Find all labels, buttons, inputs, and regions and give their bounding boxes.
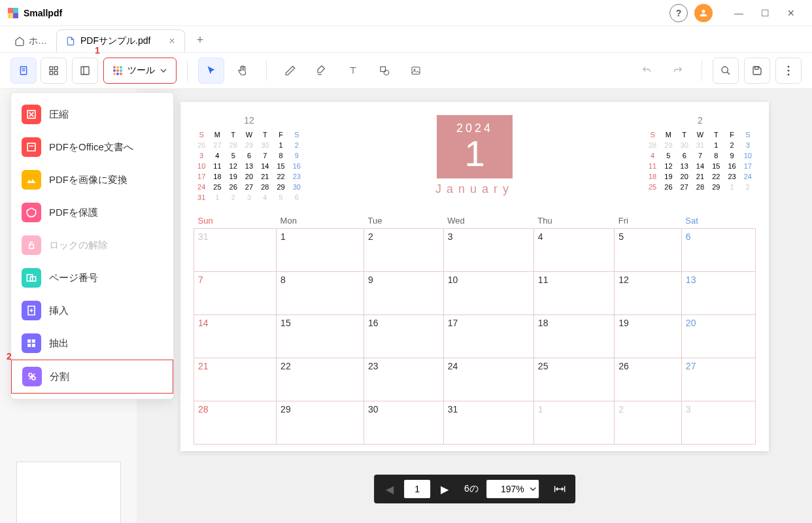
- titlebar: Smallpdf ? — ☐ ✕: [0, 0, 812, 26]
- menu-item-label: ロックの解除: [49, 239, 108, 252]
- separator: [266, 60, 267, 81]
- svg-point-21: [788, 74, 790, 76]
- page-input[interactable]: [404, 480, 430, 498]
- pdf-page: 12 SMTWTFS262728293012345678910111213141…: [180, 102, 769, 451]
- svg-point-16: [722, 67, 728, 73]
- svg-rect-31: [32, 339, 35, 343]
- undo-button[interactable]: [634, 58, 660, 84]
- page-thumbnail[interactable]: [16, 462, 121, 523]
- menu-item-icon: [22, 203, 41, 222]
- undo-icon: [641, 65, 652, 76]
- svg-point-20: [788, 70, 790, 72]
- cursor-icon: [206, 65, 216, 76]
- tool-image[interactable]: [403, 58, 429, 84]
- svg-point-34: [29, 373, 32, 377]
- page-next-button[interactable]: ▶: [433, 479, 456, 499]
- tab-document[interactable]: PDFサンプル.pdf ×: [56, 29, 185, 52]
- view-single-page[interactable]: [10, 58, 37, 84]
- search-button[interactable]: [713, 58, 739, 84]
- mini-calendar-next: 2 SMTWTFS2829303112345678910111213141516…: [645, 115, 756, 192]
- svg-rect-14: [412, 67, 420, 75]
- tool-pan[interactable]: [229, 58, 256, 84]
- menu-item-label: 分割: [50, 371, 69, 383]
- app-name: Smallpdf: [24, 8, 62, 18]
- svg-point-19: [788, 66, 790, 68]
- tools-menu-item-5[interactable]: ページ番号: [11, 262, 173, 294]
- fit-width-icon: [554, 484, 566, 494]
- save-icon: [752, 65, 762, 76]
- tools-menu-item-7[interactable]: 抽出: [11, 327, 173, 360]
- svg-rect-24: [29, 245, 34, 248]
- redo-icon: [672, 65, 684, 76]
- save-button[interactable]: [744, 58, 770, 84]
- tools-menu-item-4[interactable]: ロックの解除: [11, 229, 173, 262]
- fit-width-button[interactable]: [548, 479, 571, 499]
- highlighter-icon: [316, 65, 328, 76]
- menu-item-icon: [22, 367, 42, 386]
- tools-menu-item-8[interactable]: 2分割: [11, 360, 173, 394]
- menu-item-icon: [22, 170, 41, 190]
- svg-point-13: [384, 70, 389, 75]
- month-name: January: [435, 182, 514, 196]
- tab-home[interactable]: ホ…: [8, 30, 54, 52]
- view-grid[interactable]: [41, 58, 67, 84]
- svg-rect-32: [27, 344, 31, 347]
- account-avatar[interactable]: [694, 4, 713, 22]
- window-maximize[interactable]: ☐: [752, 4, 778, 22]
- tools-menu-item-1[interactable]: PDFをOffice文書へ: [11, 131, 173, 163]
- svg-rect-4: [54, 67, 58, 70]
- tab-document-label: PDFサンプル.pdf: [80, 35, 150, 47]
- tools-menu-item-3[interactable]: PDFを保護: [11, 196, 173, 229]
- search-icon: [720, 65, 731, 76]
- window-minimize[interactable]: —: [726, 4, 752, 22]
- tools-menu-item-2[interactable]: PDFを画像に変換: [11, 163, 173, 196]
- menu-item-label: 圧縮: [49, 109, 69, 121]
- tab-home-label: ホ…: [29, 35, 47, 47]
- menu-item-label: PDFをOffice文書へ: [49, 141, 133, 154]
- redo-button[interactable]: [665, 58, 691, 84]
- mini-calendar-prev: 12 SMTWTFS262728293012345678910111213141…: [194, 115, 305, 203]
- tool-text[interactable]: [340, 58, 366, 84]
- menu-item-icon: [22, 105, 41, 124]
- menu-item-icon: [22, 333, 41, 353]
- window-close[interactable]: ✕: [778, 4, 804, 22]
- mini-cal-title: 12: [194, 115, 305, 126]
- tab-close-icon[interactable]: ×: [169, 35, 175, 47]
- tab-new[interactable]: +: [188, 28, 213, 52]
- menu-item-label: PDFを保護: [49, 207, 98, 219]
- menu-item-icon: [22, 235, 41, 255]
- document-view[interactable]: 12 SMTWTFS262728293012345678910111213141…: [137, 89, 812, 523]
- page-prev-button[interactable]: ◀: [378, 479, 401, 499]
- tool-select[interactable]: [198, 58, 224, 84]
- more-button[interactable]: [775, 58, 802, 84]
- kebab-icon: [787, 65, 790, 76]
- svg-rect-6: [54, 71, 58, 75]
- tool-highlighter[interactable]: [309, 58, 335, 84]
- separator: [187, 60, 188, 81]
- annotation-callout-1: 1: [95, 45, 100, 56]
- menu-item-label: 抽出: [49, 337, 69, 350]
- menu-item-icon: [22, 137, 41, 157]
- mini-cal-title: 2: [645, 115, 756, 126]
- page-icon: [18, 65, 29, 76]
- svg-rect-5: [50, 71, 53, 75]
- page-navbar: ◀ ▶ 6の: [374, 475, 575, 503]
- menu-item-label: 挿入: [49, 305, 69, 317]
- separator: [702, 60, 702, 81]
- month-header: 2024 1 January: [435, 115, 514, 196]
- help-button[interactable]: ?: [669, 4, 688, 22]
- view-sidebar[interactable]: [72, 58, 98, 84]
- tools-menu-item-6[interactable]: 挿入: [11, 294, 173, 327]
- svg-rect-7: [81, 67, 89, 75]
- svg-point-35: [32, 377, 35, 380]
- tools-dropdown-button[interactable]: 1 ツール: [103, 58, 177, 84]
- menu-item-icon: [22, 301, 41, 320]
- tool-pencil[interactable]: [277, 58, 303, 84]
- toolbar: 1 ツール 圧縮PDFをO: [0, 52, 812, 89]
- tool-shape[interactable]: [371, 58, 398, 84]
- image-icon: [410, 65, 422, 76]
- shape-icon: [379, 65, 390, 76]
- tools-menu-item-0[interactable]: 圧縮: [11, 98, 173, 131]
- chevron-down-icon: [530, 487, 536, 491]
- app-logo: [8, 8, 18, 18]
